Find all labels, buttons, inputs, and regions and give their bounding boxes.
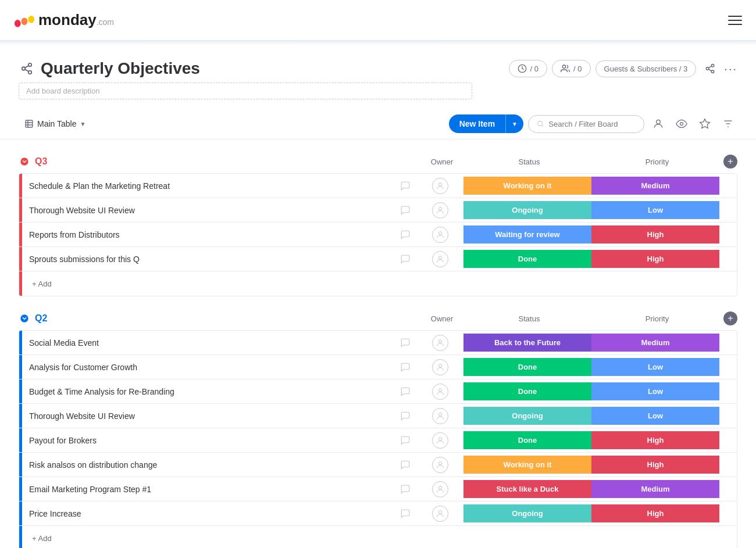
row-status[interactable]: Ongoing <box>463 504 591 522</box>
share-icon[interactable] <box>19 60 35 77</box>
row-owner[interactable] <box>417 432 463 449</box>
add-row[interactable]: + Add <box>19 271 737 296</box>
row-status[interactable]: Ongoing <box>463 201 591 219</box>
add-column-button[interactable]: + <box>723 155 737 169</box>
row-owner[interactable] <box>417 506 463 522</box>
row-priority[interactable]: Medium <box>591 480 719 498</box>
row-comment-icon[interactable] <box>394 362 417 373</box>
row-status[interactable]: Back to the Future <box>463 334 591 352</box>
avatar <box>432 506 448 522</box>
col-header-owner: Owner <box>419 157 465 166</box>
search-box[interactable] <box>528 115 644 133</box>
pin-icon[interactable] <box>696 114 714 133</box>
row-name: Price Increase <box>22 504 394 523</box>
share-board-icon[interactable] <box>701 59 719 78</box>
invite-button[interactable]: / 0 <box>552 60 590 77</box>
row-comment-icon[interactable] <box>394 435 417 446</box>
row-priority[interactable]: Medium <box>591 177 719 195</box>
row-comment-icon[interactable] <box>394 411 417 421</box>
avatar <box>432 178 448 194</box>
row-owner[interactable] <box>417 408 463 424</box>
filter-icon[interactable] <box>719 114 737 133</box>
row-owner[interactable] <box>417 227 463 243</box>
row-status[interactable]: Done <box>463 431 591 449</box>
row-priority[interactable]: Low <box>591 382 719 400</box>
row-status[interactable]: Working on it <box>463 456 591 474</box>
svg-point-31 <box>438 437 441 440</box>
avatar <box>432 384 448 400</box>
row-comment-icon[interactable] <box>394 230 417 240</box>
activity-button[interactable]: / 0 <box>509 60 547 77</box>
row-name: Sprouts submissions for this Q <box>22 250 394 268</box>
table-row: Reports from Distributors Waiting for re… <box>19 223 737 247</box>
row-name: Payout for Brokers <box>22 431 394 450</box>
avatar <box>432 408 448 424</box>
row-owner[interactable] <box>417 178 463 194</box>
person-filter-icon[interactable] <box>649 114 668 133</box>
collapse-icon[interactable] <box>19 313 30 324</box>
row-status[interactable]: Stuck like a Duck <box>463 480 591 498</box>
row-priority[interactable]: Medium <box>591 334 719 352</box>
add-column-button[interactable]: + <box>723 311 737 325</box>
toolbar-left: Main Table ▼ <box>19 116 91 132</box>
group-rows-q2: Social Media Event Back to the Future Me… <box>19 330 737 548</box>
add-row-label[interactable]: + Add <box>22 275 59 293</box>
row-priority[interactable]: High <box>591 250 719 268</box>
more-options-button[interactable]: ··· <box>724 62 737 76</box>
svg-point-16 <box>657 120 661 124</box>
svg-point-32 <box>438 461 441 464</box>
row-priority[interactable]: High <box>591 431 719 449</box>
row-priority[interactable]: High <box>591 456 719 474</box>
row-owner[interactable] <box>417 335 463 351</box>
avatar <box>432 457 448 473</box>
view-selector[interactable]: Main Table ▼ <box>19 116 91 132</box>
new-item-button[interactable]: New Item ▼ <box>449 114 523 133</box>
new-item-dropdown-arrow[interactable]: ▼ <box>506 116 523 132</box>
row-status[interactable]: Done <box>463 382 591 400</box>
row-name: Schedule & Plan the Marketing Retreat <box>22 177 394 195</box>
row-comment-icon[interactable] <box>394 181 417 191</box>
guests-button[interactable]: Guests & Subscribers / 3 <box>595 60 697 77</box>
row-status[interactable]: Waiting for review <box>463 225 591 243</box>
row-priority[interactable]: High <box>591 504 719 522</box>
row-name: Budget & Time Analysis for Re-Branding <box>22 382 394 401</box>
svg-point-11 <box>712 70 715 73</box>
row-comment-icon[interactable] <box>394 205 417 216</box>
row-priority[interactable]: Low <box>591 358 719 376</box>
row-owner[interactable] <box>417 202 463 219</box>
add-row[interactable]: + Add <box>19 526 737 548</box>
row-comment-icon[interactable] <box>394 338 417 348</box>
row-owner[interactable] <box>417 359 463 375</box>
eye-icon[interactable] <box>672 114 691 133</box>
row-owner[interactable] <box>417 457 463 473</box>
row-status[interactable]: Ongoing <box>463 407 591 425</box>
row-status[interactable]: Working on it <box>463 177 591 195</box>
avatar <box>432 202 448 219</box>
row-status[interactable]: Done <box>463 250 591 268</box>
row-comment-icon[interactable] <box>394 254 417 264</box>
row-owner[interactable] <box>417 384 463 400</box>
svg-point-10 <box>707 67 709 70</box>
svg-line-6 <box>25 69 28 71</box>
row-priority[interactable]: Low <box>591 201 719 219</box>
row-owner[interactable] <box>417 251 463 267</box>
row-name: Analysis for Customer Growth <box>22 358 394 377</box>
collapse-icon[interactable] <box>19 156 30 167</box>
row-comment-icon[interactable] <box>394 508 417 519</box>
row-status[interactable]: Done <box>463 358 591 376</box>
row-comment-icon[interactable] <box>394 460 417 470</box>
hamburger-menu[interactable] <box>728 16 742 25</box>
search-input[interactable] <box>548 120 636 128</box>
svg-point-1 <box>22 17 28 25</box>
svg-point-29 <box>438 388 441 391</box>
board-description[interactable]: Add board description <box>19 83 472 99</box>
row-comment-icon[interactable] <box>394 484 417 495</box>
app-header: monday.com <box>0 0 756 41</box>
row-priority[interactable]: High <box>591 225 719 243</box>
row-owner[interactable] <box>417 481 463 497</box>
row-comment-icon[interactable] <box>394 386 417 397</box>
group-name-q2: Q2 <box>35 313 47 324</box>
row-priority[interactable]: Low <box>591 407 719 425</box>
row-name: Reports from Distributors <box>22 225 394 244</box>
add-row-label[interactable]: + Add <box>22 529 59 547</box>
